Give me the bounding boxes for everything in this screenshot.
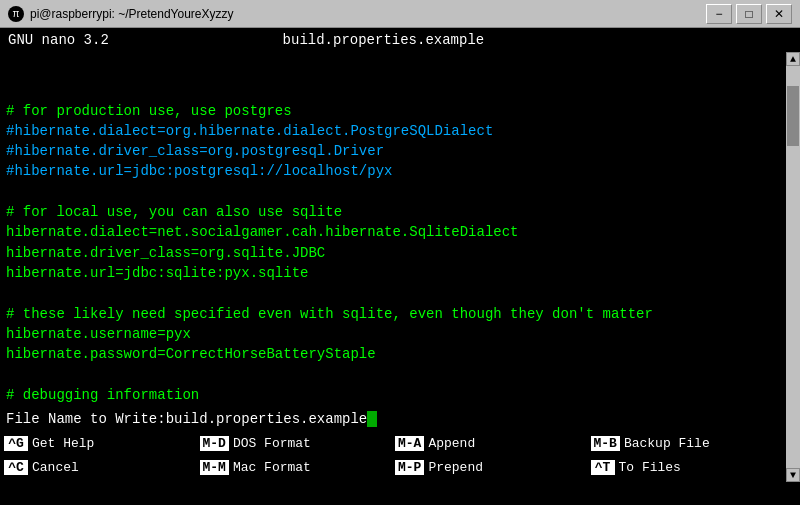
editor-line: # for production use, use postgres bbox=[6, 101, 780, 121]
main-content: GNU nano 3.2 build.properties.example # … bbox=[0, 28, 786, 479]
shortcut-key: M-M bbox=[200, 460, 229, 475]
shortcut-desc: To Files bbox=[619, 460, 681, 475]
shortcut-bars: ^G Get Help M-D DOS Format M-A Append M-… bbox=[0, 431, 786, 479]
shortcut-item: ^G Get Help bbox=[2, 436, 198, 451]
shortcut-key: ^T bbox=[591, 460, 615, 475]
shortcut-key: ^C bbox=[4, 460, 28, 475]
save-prompt: File Name to Write: build.properties.exa… bbox=[0, 407, 786, 431]
scroll-down-arrow[interactable]: ▼ bbox=[786, 468, 800, 482]
shortcut-desc: Append bbox=[428, 436, 475, 451]
save-prompt-value: build.properties.example bbox=[166, 411, 368, 427]
shortcut-row: ^C Cancel M-M Mac Format M-P Prepend ^T … bbox=[0, 455, 786, 479]
scroll-up-arrow[interactable]: ▲ bbox=[786, 52, 800, 66]
editor-line: # these likely need specified even with … bbox=[6, 304, 780, 324]
editor-line: hibernate.username=pyx bbox=[6, 324, 780, 344]
shortcut-item: M-P Prepend bbox=[393, 460, 589, 475]
shortcut-key: M-A bbox=[395, 436, 424, 451]
title-bar-text: pi@raspberrypi: ~/PretendYoureXyzzy bbox=[30, 7, 234, 21]
nano-filename: build.properties.example bbox=[109, 32, 658, 48]
shortcut-key: M-B bbox=[591, 436, 620, 451]
shortcut-item: ^C Cancel bbox=[2, 460, 198, 475]
shortcut-item: ^T To Files bbox=[589, 460, 785, 475]
maximize-button[interactable]: □ bbox=[736, 4, 762, 24]
editor-line bbox=[6, 364, 780, 384]
terminal-window: π pi@raspberrypi: ~/PretendYoureXyzzy − … bbox=[0, 0, 800, 505]
shortcut-item: M-D DOS Format bbox=[198, 436, 394, 451]
editor-line: hibernate.url=jdbc:sqlite:pyx.sqlite bbox=[6, 263, 780, 283]
cursor bbox=[367, 411, 377, 427]
minimize-button[interactable]: − bbox=[706, 4, 732, 24]
editor-area[interactable]: # for production use, use postgres#hiber… bbox=[0, 52, 786, 407]
shortcut-desc: Mac Format bbox=[233, 460, 311, 475]
save-prompt-label: File Name to Write: bbox=[6, 411, 166, 427]
editor-line: # for local use, you can also use sqlite bbox=[6, 202, 780, 222]
title-bar-left: π pi@raspberrypi: ~/PretendYoureXyzzy bbox=[8, 6, 234, 22]
shortcut-key: ^G bbox=[4, 436, 28, 451]
editor-line: hibernate.dialect=net.socialgamer.cah.hi… bbox=[6, 222, 780, 242]
editor-line: # debugging information bbox=[6, 385, 780, 405]
shortcut-item: M-A Append bbox=[393, 436, 589, 451]
shortcut-desc: Get Help bbox=[32, 436, 94, 451]
editor-line bbox=[6, 182, 780, 202]
nano-header: GNU nano 3.2 build.properties.example bbox=[0, 28, 786, 52]
shortcut-desc: Cancel bbox=[32, 460, 79, 475]
terminal-icon: π bbox=[8, 6, 24, 22]
shortcut-key: M-P bbox=[395, 460, 424, 475]
title-bar-controls: − □ ✕ bbox=[706, 4, 792, 24]
editor-line: #hibernate.dialect=org.hibernate.dialect… bbox=[6, 121, 780, 141]
scrollbar-thumb[interactable] bbox=[787, 86, 799, 146]
editor-line bbox=[6, 80, 780, 100]
editor-line: #hibernate.url=jdbc:postgresql://localho… bbox=[6, 161, 780, 181]
shortcut-item: M-B Backup File bbox=[589, 436, 785, 451]
shortcut-desc: DOS Format bbox=[233, 436, 311, 451]
editor-line: #hibernate.driver_class=org.postgresql.D… bbox=[6, 141, 780, 161]
close-button[interactable]: ✕ bbox=[766, 4, 792, 24]
title-bar: π pi@raspberrypi: ~/PretendYoureXyzzy − … bbox=[0, 0, 800, 28]
scrollbar[interactable]: ▲ ▼ bbox=[786, 52, 800, 482]
editor-line: hibernate.password=CorrectHorseBatterySt… bbox=[6, 344, 780, 364]
editor-line bbox=[6, 60, 780, 80]
shortcut-item: M-M Mac Format bbox=[198, 460, 394, 475]
shortcut-desc: Prepend bbox=[428, 460, 483, 475]
editor-line: hibernate.driver_class=org.sqlite.JDBC bbox=[6, 243, 780, 263]
shortcut-desc: Backup File bbox=[624, 436, 710, 451]
shortcut-row: ^G Get Help M-D DOS Format M-A Append M-… bbox=[0, 431, 786, 455]
editor-line bbox=[6, 283, 780, 303]
nano-version: GNU nano 3.2 bbox=[8, 32, 109, 48]
shortcut-key: M-D bbox=[200, 436, 229, 451]
